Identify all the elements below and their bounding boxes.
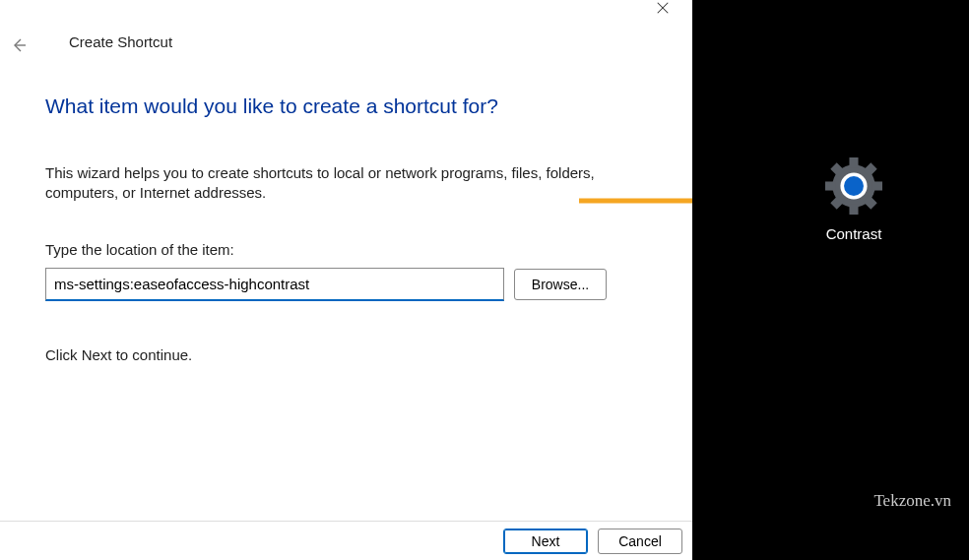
watermark: Tekzone.vn xyxy=(873,491,951,511)
arrow-left-icon xyxy=(11,37,27,53)
wizard-content: What item would you like to create a sho… xyxy=(45,94,648,363)
wizard-headline: What item would you like to create a sho… xyxy=(45,94,648,118)
close-button[interactable] xyxy=(643,0,682,20)
wizard-dialog: Create Shortcut What item would you like… xyxy=(0,0,692,560)
dialog-title: Create Shortcut xyxy=(69,33,172,50)
browse-button[interactable]: Browse... xyxy=(514,269,607,300)
svg-rect-8 xyxy=(825,181,836,190)
svg-point-15 xyxy=(844,176,864,196)
location-row: Browse... xyxy=(45,268,648,301)
location-label: Type the location of the item: xyxy=(45,241,648,258)
close-icon xyxy=(656,1,670,15)
desktop-shortcut[interactable]: Contrast xyxy=(822,157,885,242)
back-button[interactable] xyxy=(7,33,31,57)
wizard-helptext: This wizard helps you to create shortcut… xyxy=(45,163,607,204)
cancel-button[interactable]: Cancel xyxy=(598,529,682,554)
desktop-area: Contrast Tekzone.vn xyxy=(692,0,969,560)
continue-text: Click Next to continue. xyxy=(45,346,648,363)
svg-rect-7 xyxy=(849,204,858,215)
gear-icon xyxy=(825,157,882,215)
wizard-footer: Next Cancel xyxy=(0,521,692,560)
desktop-shortcut-label: Contrast xyxy=(822,225,885,242)
svg-rect-6 xyxy=(849,157,858,168)
svg-rect-9 xyxy=(872,181,882,190)
location-input[interactable] xyxy=(45,268,504,301)
next-button[interactable]: Next xyxy=(503,529,588,554)
